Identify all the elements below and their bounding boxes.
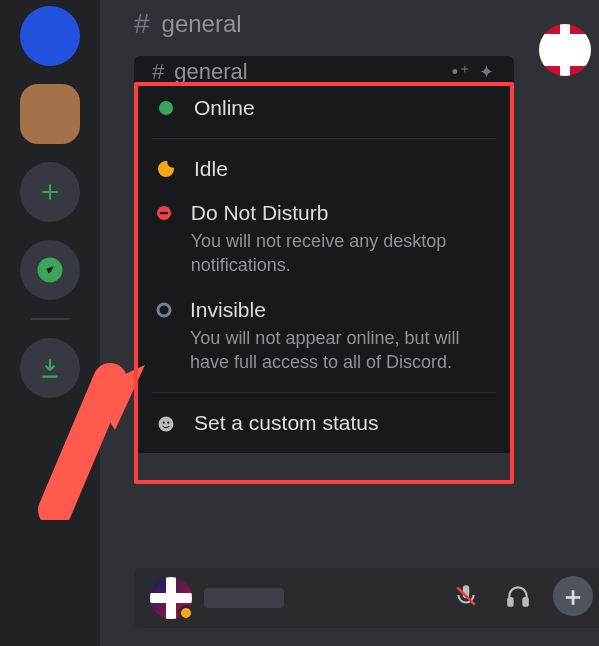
svg-point-2 <box>159 101 173 115</box>
online-icon <box>156 100 176 116</box>
user-panel <box>134 568 599 628</box>
server-avatar[interactable] <box>20 6 80 66</box>
status-badge-idle <box>178 605 194 621</box>
status-option-idle[interactable]: Idle <box>134 147 514 191</box>
emoji-icon <box>156 415 176 433</box>
status-label: Online <box>194 96 255 120</box>
status-label: Idle <box>194 157 228 181</box>
invisible-icon <box>156 302 172 318</box>
microphone-muted-icon <box>453 583 479 609</box>
download-icon <box>37 355 63 381</box>
status-option-dnd[interactable]: Do Not Disturb You will not receive any … <box>134 191 514 288</box>
server-rail <box>0 0 100 646</box>
status-menu: # general •⁺ ✦ Online Idle Do Not Distur… <box>134 56 514 453</box>
svg-rect-4 <box>160 212 168 214</box>
username[interactable] <box>204 588 284 608</box>
download-button[interactable] <box>20 338 80 398</box>
member-avatar[interactable] <box>539 24 591 76</box>
svg-point-7 <box>163 422 165 424</box>
user-avatar[interactable] <box>150 577 192 619</box>
svg-rect-10 <box>508 598 512 606</box>
status-option-custom[interactable]: Set a custom status <box>134 401 514 453</box>
svg-rect-11 <box>523 598 527 606</box>
status-desc: You will not receive any desktop notific… <box>191 229 492 278</box>
dnd-icon <box>156 205 173 221</box>
menu-channel-name: general <box>174 59 247 85</box>
server-avatar[interactable] <box>20 84 80 144</box>
add-server-button[interactable] <box>20 162 80 222</box>
status-label: Invisible <box>190 298 492 322</box>
svg-point-5 <box>158 304 170 316</box>
hash-icon: # <box>152 59 164 85</box>
menu-separator <box>152 138 496 139</box>
new-message-button[interactable]: ＋ <box>553 576 593 616</box>
svg-point-8 <box>167 422 169 424</box>
rail-separator <box>30 318 70 320</box>
plus-icon <box>37 179 63 205</box>
status-label: Do Not Disturb <box>191 201 492 225</box>
compass-icon <box>35 255 65 285</box>
hash-icon: # <box>134 8 150 40</box>
deafen-button[interactable] <box>505 583 531 613</box>
menu-separator <box>152 392 496 393</box>
channel-header: # general <box>110 0 510 48</box>
status-option-invisible[interactable]: Invisible You will not appear online, bu… <box>134 288 514 385</box>
headphones-icon <box>505 583 531 609</box>
menu-channel-row[interactable]: # general •⁺ ✦ <box>134 58 514 86</box>
status-option-online[interactable]: Online <box>134 86 514 130</box>
channel-name: general <box>162 10 242 38</box>
status-desc: You will not appear online, but will hav… <box>190 326 492 375</box>
explore-button[interactable] <box>20 240 80 300</box>
plus-icon: ＋ <box>560 579 586 614</box>
idle-icon <box>156 161 176 177</box>
channel-actions-icon[interactable]: •⁺ ✦ <box>452 61 496 83</box>
mute-button[interactable] <box>453 583 479 613</box>
svg-point-6 <box>159 417 174 432</box>
status-label: Set a custom status <box>194 411 378 435</box>
